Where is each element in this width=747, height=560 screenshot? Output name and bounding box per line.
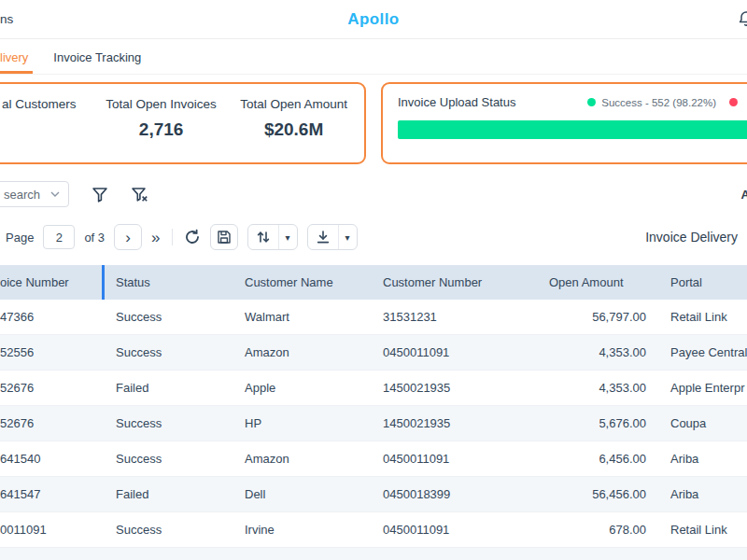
filter-row: search A — [0, 181, 747, 207]
cell-customer-name: HP — [233, 406, 372, 441]
col-open-amount[interactable]: Open Amount — [538, 265, 659, 300]
next-page-button[interactable]: › — [114, 224, 142, 250]
cell-customer-number: 0450018399 — [372, 477, 538, 512]
last-page-button[interactable]: » — [151, 230, 160, 245]
legend-failed[interactable] — [729, 98, 743, 106]
stat-label: Total Open Invoices — [106, 97, 217, 111]
cell-open-amount: 6,456.00 — [538, 441, 659, 477]
cell-open-amount: 56,456.00 — [538, 477, 659, 512]
invoice-grid: oice Number Status Customer Name Custome… — [0, 265, 747, 560]
cell-invoice-number: 641547 — [0, 477, 105, 512]
legend-success-label: Success - 552 (98.22%) — [601, 97, 716, 108]
upload-legend: Success - 552 (98.22%) — [587, 97, 743, 108]
apollo-logo: Apollo — [347, 10, 399, 29]
filter-icon[interactable] — [92, 187, 108, 203]
cell-portal: Coupa — [659, 406, 747, 441]
clear-filter-icon[interactable] — [131, 187, 148, 203]
chevron-right-icon: › — [125, 230, 131, 245]
cell-status: Failed — [105, 477, 233, 512]
cell-open-amount: 678.00 — [538, 512, 659, 548]
tab-invoice-tracking[interactable]: Invoice Tracking — [53, 50, 141, 74]
cell-customer-name: Apple — [233, 371, 372, 406]
chevron-down-icon — [50, 191, 60, 197]
table-row[interactable]: 641547 Failed Dell 0450018399 56,456.00 … — [0, 477, 747, 512]
cell-invoice-number: 52676 — [0, 371, 105, 406]
table-row-partial — [0, 548, 747, 560]
failed-dot-icon — [729, 98, 738, 106]
cell-status: Success — [105, 512, 233, 548]
actions-label-fragment[interactable]: A — [741, 188, 747, 202]
cell-status: Success — [105, 441, 233, 477]
partial-cell — [0, 548, 747, 560]
table-header-row: oice Number Status Customer Name Custome… — [0, 265, 747, 300]
cell-status: Success — [105, 335, 233, 371]
download-button[interactable]: ▾ — [307, 224, 358, 250]
stat-value: 2,716 — [106, 119, 217, 140]
cell-portal: Retail Link — [659, 300, 747, 335]
cell-customer-number: 0450011091 — [372, 512, 538, 548]
col-customer-name[interactable]: Customer Name — [233, 265, 372, 300]
cell-customer-number: 1450021935 — [372, 406, 538, 441]
cell-customer-number: 0450011091 — [372, 335, 538, 371]
cell-customer-name: Dell — [233, 477, 372, 512]
table-row[interactable]: 52556 Success Amazon 0450011091 4,353.00… — [0, 335, 747, 371]
save-layout-button[interactable] — [210, 224, 238, 250]
total-pages-label: of 3 — [84, 231, 105, 245]
cell-customer-name: Walmart — [233, 300, 372, 335]
col-portal[interactable]: Portal — [659, 265, 747, 300]
cell-customer-number: 0450011091 — [372, 441, 538, 477]
sort-button[interactable]: ▾ — [247, 224, 298, 250]
col-status[interactable]: Status — [105, 265, 233, 300]
stat-value: $20.6M — [240, 119, 347, 140]
table-row[interactable]: 52676 Success HP 1450021935 5,676.00 Cou… — [0, 406, 747, 441]
toolbar-divider — [172, 229, 173, 245]
invoice-table: oice Number Status Customer Name Custome… — [0, 265, 747, 560]
search-dropdown[interactable]: search — [0, 181, 69, 207]
legend-success[interactable]: Success - 552 (98.22%) — [587, 97, 716, 108]
nav-item-fragment[interactable]: ns — [0, 12, 13, 26]
grid-toolbar: Page of 3 › » — [0, 224, 747, 250]
refresh-icon — [184, 229, 201, 245]
page-number-input[interactable] — [43, 225, 75, 249]
upload-card-title: Invoice Upload Status — [398, 95, 515, 109]
cell-customer-number: 31531231 — [372, 300, 538, 335]
table-row[interactable]: 52676 Failed Apple 1450021935 4,353.00 A… — [0, 371, 747, 406]
stat-total-customers: al Customers — [2, 97, 82, 153]
cell-open-amount: 4,353.00 — [538, 335, 659, 371]
sort-caret-icon[interactable]: ▾ — [279, 225, 297, 249]
col-customer-number[interactable]: Customer Number — [372, 265, 538, 300]
cell-open-amount: 4,353.00 — [538, 371, 659, 406]
refresh-button[interactable] — [184, 229, 201, 245]
col-invoice-number[interactable]: oice Number — [0, 265, 105, 300]
cell-portal: Ariba — [659, 441, 747, 477]
table-row[interactable]: 641540 Success Amazon 0450011091 6,456.0… — [0, 441, 747, 477]
download-icon — [308, 225, 339, 249]
upload-card-header: Invoice Upload Status Success - 552 (98.… — [398, 95, 747, 109]
cell-portal: Apple Enterpr — [659, 371, 747, 406]
cell-portal: Ariba — [659, 477, 747, 512]
cell-open-amount: 5,676.00 — [538, 406, 659, 441]
cell-status: Failed — [105, 371, 233, 406]
stat-label: al Customers — [2, 97, 82, 111]
cell-invoice-number: 0011091 — [0, 512, 105, 548]
table-row[interactable]: 0011091 Success Irvine 0450011091 678.00… — [0, 512, 747, 548]
upload-progress-bar — [398, 120, 747, 139]
cell-status: Success — [105, 300, 233, 335]
summary-section: al Customers Total Open Invoices 2,716 T… — [0, 82, 747, 164]
sort-icon — [248, 225, 279, 249]
tab-invoice-delivery[interactable]: livery — [0, 50, 33, 74]
cell-invoice-number: 47366 — [0, 300, 105, 335]
download-caret-icon[interactable]: ▾ — [339, 225, 357, 249]
cell-open-amount: 56,797.00 — [538, 300, 659, 335]
page-label: Page — [6, 231, 34, 245]
cell-portal: Retail Link — [659, 512, 747, 548]
cell-invoice-number: 52556 — [0, 335, 105, 371]
notifications-bell-icon[interactable] — [737, 9, 747, 28]
cell-customer-name: Amazon — [233, 441, 372, 477]
stat-total-open-amount: Total Open Amount $20.6M — [240, 97, 347, 153]
grid-title: Invoice Delivery — [645, 230, 747, 245]
cell-status: Success — [105, 406, 233, 441]
totals-card: al Customers Total Open Invoices 2,716 T… — [0, 82, 366, 164]
cell-invoice-number: 52676 — [0, 406, 105, 441]
table-row[interactable]: 47366 Success Walmart 31531231 56,797.00… — [0, 300, 747, 335]
